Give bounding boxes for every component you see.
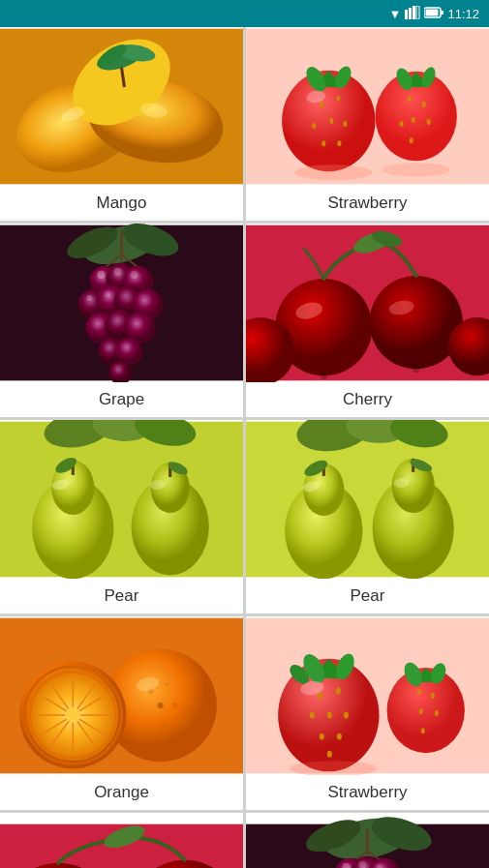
status-time: 11:12 bbox=[447, 7, 479, 21]
svg-point-75 bbox=[320, 372, 327, 379]
svg-rect-79 bbox=[0, 422, 243, 578]
svg-rect-0 bbox=[405, 10, 408, 19]
fruit-image-grape2 bbox=[246, 813, 489, 868]
svg-point-65 bbox=[131, 271, 138, 279]
fruit-card-cherry2[interactable] bbox=[0, 813, 243, 868]
svg-point-138 bbox=[337, 733, 342, 740]
svg-point-70 bbox=[370, 276, 463, 369]
fruit-label-pear-right: Pear bbox=[246, 579, 489, 614]
svg-point-146 bbox=[431, 693, 435, 699]
svg-point-123 bbox=[172, 703, 178, 708]
fruit-card-grape2[interactable] bbox=[246, 813, 489, 868]
svg-point-26 bbox=[343, 121, 347, 127]
fruit-card-cherry[interactable]: Cherry bbox=[246, 224, 489, 417]
fruit-label-cherry: Cherry bbox=[246, 382, 489, 417]
svg-rect-5 bbox=[426, 9, 439, 15]
fruit-image-orange bbox=[0, 616, 243, 775]
battery-icon bbox=[424, 7, 443, 21]
fruit-card-pear-left[interactable]: Pear bbox=[0, 420, 243, 614]
fruit-image-cherry bbox=[246, 224, 489, 382]
fruit-image-pear-right bbox=[246, 420, 489, 579]
fruit-card-strawberry2[interactable]: Strawberry bbox=[246, 616, 489, 810]
svg-rect-3 bbox=[416, 6, 419, 19]
svg-point-118 bbox=[65, 707, 80, 723]
fruit-label-strawberry2: Strawberry bbox=[246, 775, 489, 810]
fruit-image-strawberry bbox=[246, 27, 489, 186]
svg-point-64 bbox=[113, 268, 121, 276]
fruit-image-pear-left bbox=[0, 420, 243, 579]
svg-point-137 bbox=[320, 733, 324, 740]
svg-point-39 bbox=[410, 137, 413, 143]
svg-point-38 bbox=[427, 119, 431, 125]
fruit-card-pear-right[interactable]: Pear bbox=[246, 420, 489, 614]
status-bar: ▼ 11:12 bbox=[0, 0, 489, 27]
fruit-card-grape[interactable]: Grape bbox=[0, 224, 243, 417]
svg-point-35 bbox=[422, 102, 426, 107]
svg-point-139 bbox=[327, 751, 332, 758]
fruit-card-strawberry[interactable]: Strawberry bbox=[246, 27, 489, 221]
svg-rect-2 bbox=[413, 6, 415, 19]
svg-point-27 bbox=[321, 140, 325, 146]
svg-point-25 bbox=[312, 123, 316, 129]
svg-point-122 bbox=[166, 682, 169, 686]
fruit-image-strawberry2 bbox=[246, 616, 489, 775]
fruit-card-mango[interactable]: Mango bbox=[0, 27, 243, 221]
svg-rect-93 bbox=[246, 422, 489, 578]
svg-point-136 bbox=[344, 712, 349, 719]
svg-point-124 bbox=[162, 721, 166, 725]
fruit-label-mango: Mango bbox=[0, 186, 243, 221]
svg-point-36 bbox=[412, 117, 415, 123]
svg-point-149 bbox=[421, 728, 425, 733]
svg-point-61 bbox=[115, 338, 142, 365]
svg-rect-6 bbox=[441, 11, 443, 15]
svg-point-135 bbox=[310, 712, 315, 719]
fruit-label-pear-left: Pear bbox=[0, 579, 243, 614]
svg-point-76 bbox=[413, 365, 420, 373]
svg-point-66 bbox=[86, 295, 92, 301]
svg-point-34 bbox=[408, 96, 412, 102]
svg-point-147 bbox=[419, 708, 423, 714]
fruit-grid: Mango bbox=[0, 27, 489, 868]
fruit-image-mango bbox=[0, 27, 243, 186]
svg-point-145 bbox=[417, 689, 421, 695]
signal-icon bbox=[405, 6, 420, 22]
svg-point-63 bbox=[97, 271, 105, 279]
fruit-image-cherry2 bbox=[0, 813, 243, 868]
fruit-image-grape bbox=[0, 224, 243, 382]
svg-point-67 bbox=[105, 291, 110, 297]
wifi-icon: ▼ bbox=[389, 7, 402, 21]
svg-point-41 bbox=[382, 163, 450, 176]
svg-point-28 bbox=[337, 140, 341, 146]
fruit-label-orange: Orange bbox=[0, 775, 243, 810]
fruit-card-orange[interactable]: Orange bbox=[0, 616, 243, 810]
svg-rect-1 bbox=[409, 8, 412, 19]
svg-point-148 bbox=[435, 710, 439, 716]
fruit-label-grape: Grape bbox=[0, 382, 243, 417]
svg-point-109 bbox=[158, 703, 164, 708]
svg-point-40 bbox=[294, 165, 372, 180]
svg-point-37 bbox=[400, 121, 404, 127]
svg-point-134 bbox=[327, 712, 332, 719]
status-icons: ▼ 11:12 bbox=[389, 6, 479, 22]
fruit-label-strawberry: Strawberry bbox=[246, 186, 489, 221]
